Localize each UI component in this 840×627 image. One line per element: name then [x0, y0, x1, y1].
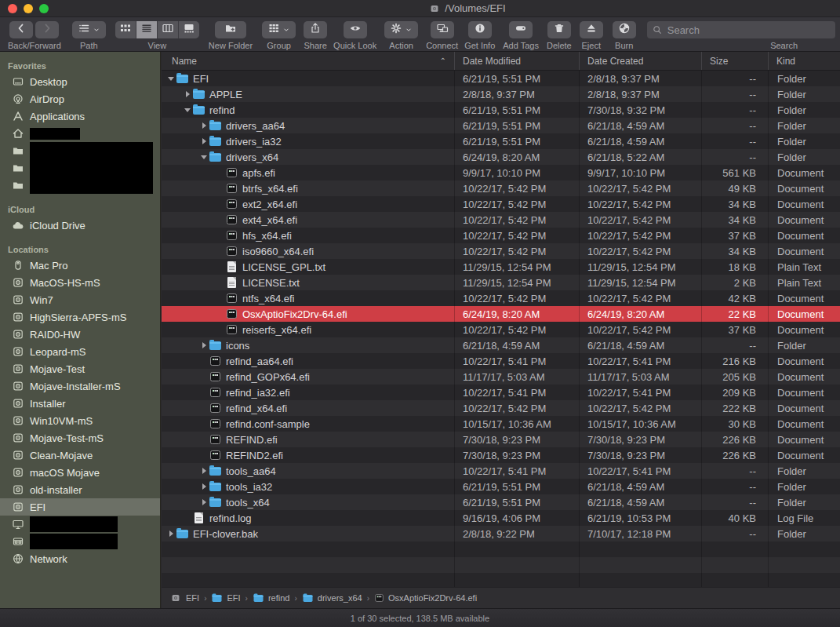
- eject-button[interactable]: [580, 21, 603, 38]
- file-row-osxaptiofix2drv-64-efi[interactable]: OsxAptioFix2Drv-64.efi6/24/19, 8:20 AM6/…: [162, 306, 840, 322]
- sidebar-item-redacted[interactable]: [0, 142, 160, 159]
- zoom-button[interactable]: [39, 4, 49, 13]
- disclosure-collapsed-icon[interactable]: [199, 499, 209, 505]
- file-row-refind-efi[interactable]: REFIND.efi7/30/18, 9:23 PM7/30/18, 9:23 …: [162, 432, 840, 447]
- action-button[interactable]: [384, 21, 418, 38]
- sidebar-item-mojave-installer-ms[interactable]: Mojave-Installer-mS: [0, 377, 160, 395]
- sidebar-item-old-installer[interactable]: old-installer: [0, 481, 160, 498]
- path-item-refind[interactable]: refind: [253, 593, 290, 603]
- file-row-btrfs-x64-efi[interactable]: btrfs_x64.efi10/22/17, 5:42 PM10/22/17, …: [162, 180, 840, 196]
- back-button[interactable]: [9, 21, 33, 38]
- sidebar-item-mojave-test[interactable]: Mojave-Test: [0, 360, 160, 377]
- search-input[interactable]: [666, 24, 831, 37]
- sidebar-item-macos-mojave[interactable]: macOS Mojave: [0, 464, 160, 481]
- sidebar-item-network[interactable]: Network: [0, 550, 160, 567]
- disclosure-expanded-icon[interactable]: [183, 108, 192, 112]
- sidebar-item-icloud-drive[interactable]: iCloud Drive: [0, 217, 160, 234]
- sidebar-item-installer[interactable]: Installer: [0, 395, 160, 412]
- sidebar-item-macos-hs-ms[interactable]: MacOS-HS-mS: [0, 274, 160, 291]
- sidebar-item-desktop[interactable]: Desktop: [0, 73, 160, 90]
- sidebar-item-raid0-hw[interactable]: RAID0-HW: [0, 326, 160, 343]
- file-row-refind-log[interactable]: refind.log9/16/19, 4:06 PM6/21/19, 10:53…: [162, 510, 840, 526]
- file-row-refind[interactable]: refind6/21/19, 5:51 PM7/30/18, 9:32 PM--…: [162, 102, 840, 118]
- sidebar-item-win10vm-ms[interactable]: Win10VM-mS: [0, 412, 160, 429]
- file-row-refind-gopx64-efi[interactable]: refind_GOPx64.efi11/17/17, 5:03 AM11/17/…: [162, 369, 840, 385]
- add-tags-button[interactable]: [509, 21, 533, 38]
- sidebar-item-mac-pro[interactable]: Mac Pro: [0, 257, 160, 274]
- sidebar-item-redacted[interactable]: [0, 177, 160, 194]
- sidebar-item-redacted[interactable]: [0, 533, 160, 550]
- file-row-drivers-aa64[interactable]: drivers_aa646/21/19, 5:51 PM6/21/18, 4:5…: [162, 118, 840, 133]
- sidebar-item-clean-mojave[interactable]: Clean-Mojave: [0, 447, 160, 464]
- disclosure-expanded-icon[interactable]: [199, 155, 209, 159]
- file-row-drivers-x64[interactable]: drivers_x646/24/19, 8:20 AM6/21/18, 5:22…: [162, 149, 840, 165]
- file-row-license-gpl-txt[interactable]: LICENSE_GPL.txt11/29/15, 12:54 PM11/29/1…: [162, 259, 840, 275]
- disclosure-collapsed-icon[interactable]: [166, 530, 176, 537]
- path-item-efi[interactable]: EFI: [169, 592, 199, 604]
- column-header-date-created[interactable]: Date Created: [579, 52, 701, 70]
- disclosure-collapsed-icon[interactable]: [183, 91, 192, 97]
- delete-button[interactable]: [547, 21, 571, 38]
- sidebar-item-efi[interactable]: EFI: [0, 498, 160, 516]
- path-button[interactable]: [72, 21, 106, 38]
- quick-look-button[interactable]: [344, 21, 367, 38]
- file-row-refind2-efi[interactable]: REFIND2.efi7/30/18, 9:23 PM7/30/18, 9:23…: [162, 447, 840, 463]
- file-row-refind-conf-sample[interactable]: refind.conf-sample10/15/17, 10:36 AM10/1…: [162, 416, 840, 432]
- get-info-button[interactable]: [468, 21, 492, 38]
- minimize-button[interactable]: [24, 4, 33, 13]
- sidebar-item-airdrop[interactable]: AirDrop: [0, 90, 160, 108]
- sidebar-item-redacted[interactable]: [0, 159, 160, 177]
- view-icons-button[interactable]: [115, 21, 136, 38]
- disclosure-collapsed-icon[interactable]: [199, 138, 209, 144]
- column-header-name[interactable]: Name⌃: [162, 52, 454, 70]
- view-columns-button[interactable]: [158, 21, 178, 38]
- column-header-size[interactable]: Size: [701, 52, 768, 70]
- file-row-ntfs-x64-efi[interactable]: ntfs_x64.efi10/22/17, 5:42 PM10/22/17, 5…: [162, 290, 840, 306]
- close-button[interactable]: [8, 4, 17, 13]
- file-row-ext4-x64-efi[interactable]: ext4_x64.efi10/22/17, 5:42 PM10/22/17, 5…: [162, 212, 840, 228]
- column-header-kind[interactable]: Kind: [768, 52, 840, 70]
- search-field[interactable]: [647, 21, 835, 38]
- file-row-reiserfs-x64-efi[interactable]: reiserfs_x64.efi10/22/17, 5:42 PM10/22/1…: [162, 322, 840, 337]
- sidebar-item-leopard-ms[interactable]: Leopard-mS: [0, 343, 160, 360]
- file-row-tools-ia32[interactable]: tools_ia326/21/19, 5:51 PM6/21/18, 4:59 …: [162, 479, 840, 494]
- sidebar-item-applications[interactable]: Applications: [0, 108, 160, 125]
- group-button[interactable]: [262, 21, 296, 38]
- view-gallery-button[interactable]: [179, 21, 199, 38]
- file-row-ext2-x64-efi[interactable]: ext2_x64.efi10/22/17, 5:42 PM10/22/17, 5…: [162, 196, 840, 212]
- path-item-efi[interactable]: EFI: [211, 593, 240, 603]
- disclosure-collapsed-icon[interactable]: [199, 468, 209, 474]
- file-row-apple[interactable]: APPLE2/8/18, 9:37 PM2/8/18, 9:37 PM--Fol…: [162, 86, 840, 102]
- share-button[interactable]: [304, 21, 327, 38]
- file-row-apfs-efi[interactable]: apfs.efi9/9/17, 10:10 PM9/9/17, 10:10 PM…: [162, 165, 840, 180]
- disclosure-collapsed-icon[interactable]: [199, 483, 209, 490]
- file-row-refind-x64-efi[interactable]: refind_x64.efi10/22/17, 5:42 PM10/22/17,…: [162, 400, 840, 416]
- file-row-efi[interactable]: EFI6/21/19, 5:51 PM2/8/18, 9:37 PM--Fold…: [162, 71, 840, 86]
- file-row-drivers-ia32[interactable]: drivers_ia326/21/19, 5:51 PM6/21/18, 4:5…: [162, 133, 840, 149]
- forward-button[interactable]: [35, 21, 59, 38]
- disclosure-expanded-icon[interactable]: [166, 77, 176, 81]
- file-row-tools-aa64[interactable]: tools_aa6410/22/17, 5:41 PM10/22/17, 5:4…: [162, 463, 840, 479]
- file-row-tools-x64[interactable]: tools_x646/21/19, 5:51 PM6/21/18, 4:59 A…: [162, 494, 840, 510]
- path-item-osxaptiofix2drv-64-efi[interactable]: OsxAptioFix2Drv-64.efi: [374, 593, 477, 603]
- connect-button[interactable]: [431, 21, 454, 38]
- sidebar-item-highsierra-apfs-ms[interactable]: HighSierra-APFS-mS: [0, 308, 160, 326]
- file-row-refind-aa64-efi[interactable]: refind_aa64.efi10/22/17, 5:41 PM10/22/17…: [162, 353, 840, 369]
- file-row-refind-ia32-efi[interactable]: refind_ia32.efi10/22/17, 5:41 PM10/22/17…: [162, 385, 840, 400]
- file-row-license-txt[interactable]: LICENSE.txt11/29/15, 12:54 PM11/29/15, 1…: [162, 275, 840, 290]
- file-row-iso9660-x64-efi[interactable]: iso9660_x64.efi10/22/17, 5:42 PM10/22/17…: [162, 243, 840, 259]
- sidebar-item-mojave-test-ms[interactable]: Mojave-Test-mS: [0, 429, 160, 447]
- sidebar-item-redacted[interactable]: [0, 516, 160, 533]
- disclosure-collapsed-icon[interactable]: [199, 342, 209, 348]
- view-list-button[interactable]: [136, 21, 157, 38]
- file-row-icons[interactable]: icons6/21/18, 4:59 AM6/21/18, 4:59 AM--F…: [162, 337, 840, 353]
- sidebar-item-win7[interactable]: Win7: [0, 291, 160, 308]
- sidebar-item-redacted[interactable]: [0, 125, 160, 142]
- disclosure-collapsed-icon[interactable]: [199, 122, 209, 129]
- path-item-drivers-x64[interactable]: drivers_x64: [302, 593, 362, 603]
- file-row-hfs-x64-efi[interactable]: hfs_x64.efi10/22/17, 5:42 PM10/22/17, 5:…: [162, 228, 840, 243]
- new-folder-button[interactable]: [215, 21, 246, 38]
- burn-button[interactable]: [613, 21, 636, 38]
- column-header-date-modified[interactable]: Date Modified: [454, 52, 579, 70]
- file-row-efi-clover-bak[interactable]: EFI-clover.bak2/8/18, 9:22 PM7/10/17, 12…: [162, 526, 840, 541]
